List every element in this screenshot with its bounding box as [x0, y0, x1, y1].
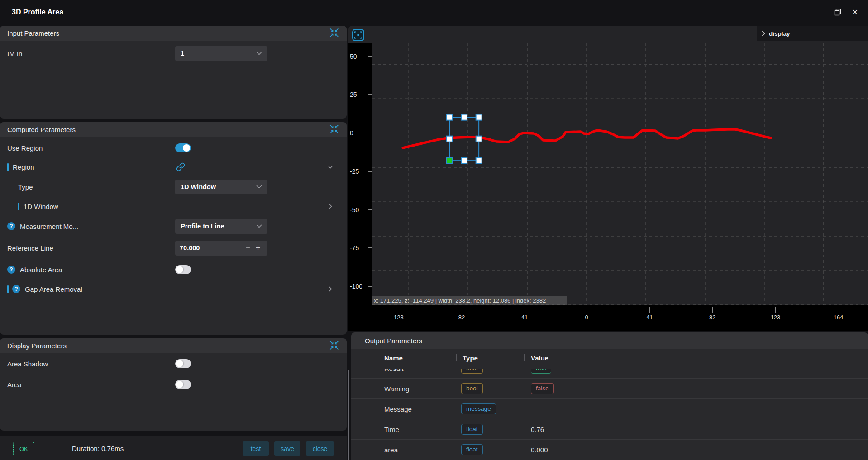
- decrement-button[interactable]: −: [243, 243, 253, 253]
- z-tick-mark: [368, 247, 372, 248]
- chevron-right-icon[interactable]: [327, 203, 334, 209]
- section-title: Computed Parameters: [7, 126, 76, 133]
- gap-area-removal-label: Gap Area Removal: [25, 285, 82, 293]
- z-tick-label: -50: [350, 206, 359, 213]
- area-row: Area: [0, 377, 347, 392]
- column-header-value: Value: [531, 354, 548, 362]
- computed-parameters-header: Computed Parameters ↘↙ ↗↖: [0, 122, 347, 137]
- increment-button[interactable]: +: [253, 243, 263, 253]
- close-window-icon[interactable]: ✕: [848, 5, 862, 19]
- toggle-knob: [176, 381, 183, 388]
- selection-handle[interactable]: [461, 158, 467, 164]
- area-toggle[interactable]: [175, 380, 191, 389]
- output-parameters-panel: Output Parameters Name Type Value Result…: [351, 332, 868, 460]
- display-panel-label: display: [769, 30, 790, 37]
- im-in-select[interactable]: 1: [175, 46, 267, 61]
- selection-handle[interactable]: [461, 114, 467, 120]
- table-row: Resultbooltrue: [351, 369, 868, 379]
- type-select[interactable]: 1D Window: [175, 180, 267, 194]
- display-panel-toggle[interactable]: display: [757, 26, 868, 41]
- help-icon[interactable]: ?: [12, 285, 20, 293]
- measurement-mode-select[interactable]: Profile to Line: [175, 219, 267, 234]
- link-icon[interactable]: [176, 162, 185, 171]
- z-tick-mark: [368, 133, 372, 133]
- chevron-right-icon[interactable]: [327, 286, 334, 292]
- chevron-down-icon: [256, 52, 262, 55]
- x-tick-mark: [775, 307, 776, 313]
- help-icon[interactable]: ?: [7, 222, 15, 230]
- x-tick-label: 164: [834, 314, 844, 321]
- column-divider: [456, 354, 457, 361]
- x-tick-mark: [839, 307, 839, 313]
- column-header-name: Name: [384, 354, 403, 362]
- area-shadow-row: Area Shadow: [0, 356, 347, 371]
- im-in-label: IM In: [7, 50, 22, 57]
- chevron-down-icon: [256, 224, 262, 228]
- selection-handle[interactable]: [476, 136, 482, 142]
- type-badge: bool: [461, 369, 483, 374]
- collapse-section-icon[interactable]: ↘↙ ↗↖: [328, 123, 341, 136]
- output-rows-scroll-area[interactable]: ResultbooltrueWarningboolfalseMessagemes…: [351, 369, 868, 460]
- selection-handle[interactable]: [476, 114, 482, 120]
- close-button[interactable]: close: [306, 441, 334, 456]
- x-tick-mark: [649, 307, 650, 313]
- computed-parameters-section: Computed Parameters ↘↙ ↗↖ Use Region Reg…: [0, 122, 347, 335]
- table-row: areafloat0.000: [351, 440, 868, 460]
- selection-handle[interactable]: [447, 136, 453, 142]
- profile-plot[interactable]: [372, 43, 868, 305]
- x-tick-mark: [461, 307, 461, 313]
- area-label: Area: [7, 381, 22, 389]
- column-header-type: Type: [463, 354, 478, 362]
- section-title: Input Parameters: [7, 29, 59, 37]
- z-tick-label: -25: [350, 168, 359, 175]
- display-parameters-header: Display Parameters ↘↙ ↗↖: [0, 338, 347, 353]
- collapse-arrows-bottom: ↗↖: [328, 129, 341, 134]
- vertical-scrollbar[interactable]: [348, 370, 349, 460]
- toggle-knob: [176, 360, 183, 367]
- type-label: Type: [18, 183, 33, 191]
- input-parameters-header: Input Parameters ↘↙ ↗↖: [0, 26, 347, 41]
- selection-handle[interactable]: [447, 158, 453, 164]
- profile-chart-panel: display 50250-25-50-75-100 -123-82-41041…: [348, 26, 868, 331]
- x-tick-label: 41: [646, 314, 653, 321]
- selection-region: [449, 117, 479, 161]
- table-row: Warningboolfalse: [351, 379, 868, 399]
- type-badge: message: [461, 403, 496, 414]
- column-divider: [524, 354, 525, 361]
- z-tick-mark: [368, 171, 372, 172]
- duration-text: Duration: 0.76ms: [72, 436, 124, 460]
- selection-handle[interactable]: [447, 114, 453, 120]
- type-badge: float: [461, 424, 483, 435]
- section-title: Display Parameters: [7, 342, 67, 350]
- absolute-area-toggle[interactable]: [175, 265, 191, 274]
- collapse-section-icon[interactable]: ↘↙ ↗↖: [328, 27, 341, 40]
- z-tick-label: -100: [350, 283, 362, 290]
- region-row: Region: [0, 159, 347, 175]
- absolute-area-row: ? Absolute Area: [0, 262, 347, 277]
- chevron-down-icon: [256, 185, 262, 189]
- type-value: 1D Window: [181, 183, 256, 190]
- test-button[interactable]: test: [243, 441, 269, 456]
- reference-line-field[interactable]: 70.000 − +: [175, 241, 267, 256]
- fit-view-button[interactable]: [352, 29, 364, 41]
- use-region-toggle[interactable]: [175, 143, 191, 152]
- save-button[interactable]: save: [274, 441, 300, 456]
- selection-handle[interactable]: [476, 158, 482, 164]
- output-value: 0.000: [531, 446, 548, 454]
- collapse-section-icon[interactable]: ↘↙ ↗↖: [328, 340, 341, 352]
- display-parameters-section: Display Parameters ↘↙ ↗↖ Area Shadow Are…: [0, 338, 347, 431]
- status-badge: OK: [13, 442, 34, 455]
- accent-bar: [7, 163, 9, 171]
- 1d-window-row: 1D Window: [0, 199, 347, 214]
- reference-line-label: Reference Line: [7, 244, 53, 252]
- area-shadow-toggle[interactable]: [175, 359, 191, 368]
- x-tick-mark: [524, 307, 524, 313]
- restore-window-icon[interactable]: [831, 5, 844, 19]
- z-axis: 50250-25-50-75-100: [348, 43, 372, 305]
- chevron-down-icon[interactable]: [327, 164, 334, 170]
- output-name: Result: [384, 369, 404, 372]
- titlebar: 3D Profile Area ✕: [0, 0, 868, 24]
- type-row: Type 1D Window: [0, 179, 347, 194]
- help-icon[interactable]: ?: [7, 266, 15, 274]
- z-tick-mark: [368, 94, 372, 95]
